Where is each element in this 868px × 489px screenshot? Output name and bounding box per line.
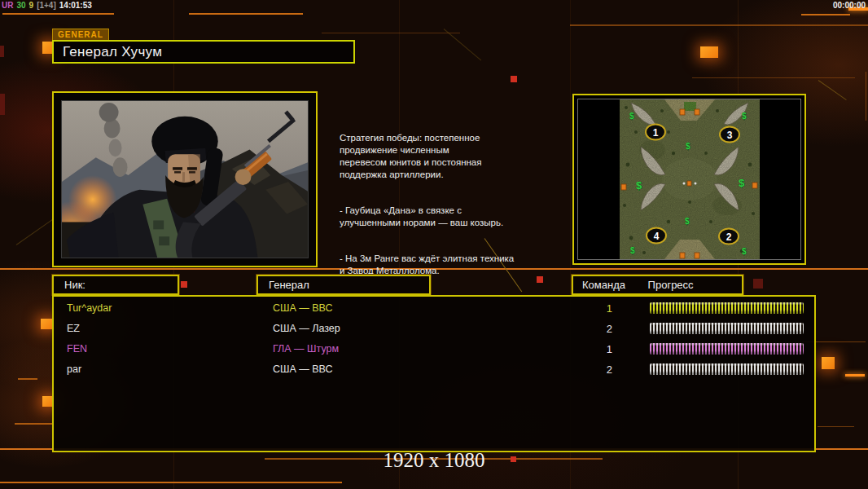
briefing-paragraph: - Гаубица «Дана» в связке с улучшенными … bbox=[340, 205, 612, 229]
circuit-line bbox=[18, 378, 37, 380]
start-position-4: 4 bbox=[653, 231, 659, 242]
player-nick: Tur^aydar bbox=[67, 298, 112, 319]
circuit-line bbox=[444, 29, 482, 60]
player-team: 1 bbox=[575, 298, 612, 319]
debug-segment: 14:01:53 bbox=[59, 1, 92, 10]
circuit-line bbox=[15, 423, 52, 425]
circuit-line bbox=[692, 77, 855, 78]
circuit-line bbox=[189, 13, 303, 15]
start-position-3: 3 bbox=[726, 130, 732, 141]
progress-column-label: Прогресс bbox=[648, 276, 694, 293]
player-general: США — ВВС bbox=[273, 298, 333, 319]
circuit-line bbox=[0, 482, 342, 483]
debug-readout: UR309[1+4]14:01:53 bbox=[2, 1, 95, 10]
circuit-line bbox=[801, 14, 850, 15]
progress-bar bbox=[650, 363, 804, 375]
table-row: par США — ВВС 2 bbox=[54, 359, 814, 380]
progress-bar bbox=[650, 343, 804, 355]
debug-segment: 9 bbox=[29, 1, 34, 10]
briefing-paragraph: Стратегия победы: постепенное продвижени… bbox=[340, 132, 612, 181]
general-portrait-image bbox=[61, 100, 309, 258]
supply-icon: $ bbox=[636, 179, 642, 192]
general-tab-label: GENERAL bbox=[52, 29, 109, 40]
circuit-line bbox=[570, 24, 868, 26]
circuit-line bbox=[2, 13, 114, 15]
player-general: ГЛА — Штурм bbox=[273, 339, 339, 359]
circuit-line bbox=[866, 72, 866, 121]
game-timer: 00:00:00 bbox=[833, 1, 866, 10]
red-square bbox=[753, 279, 763, 289]
loading-screen: UR309[1+4]14:01:53 00:00:00 GENERAL Гене… bbox=[0, 0, 868, 489]
portrait-illustration bbox=[62, 101, 308, 258]
table-row: EZ США — Лазер 2 bbox=[54, 319, 814, 339]
team-column-label: Команда bbox=[582, 276, 625, 293]
resolution-label: 1920 x 1080 bbox=[0, 449, 868, 472]
progress-bar-fill bbox=[650, 363, 804, 375]
player-nick: par bbox=[67, 359, 81, 380]
player-nick: EZ bbox=[67, 319, 80, 339]
glow-square bbox=[700, 46, 718, 58]
player-team: 1 bbox=[575, 339, 612, 359]
progress-bar-fill bbox=[650, 343, 804, 355]
red-square bbox=[0, 94, 5, 115]
map-image: $ $ $ $ $ $ $ $ 1 3 4 bbox=[620, 99, 760, 259]
start-position-2: 2 bbox=[726, 231, 731, 243]
debug-segment: 30 bbox=[16, 1, 25, 10]
player-team: 2 bbox=[575, 319, 612, 339]
supply-icon: $ bbox=[742, 112, 747, 121]
supply-icon: $ bbox=[685, 217, 690, 226]
circuit-line bbox=[818, 80, 847, 100]
glow-square bbox=[41, 319, 52, 329]
supply-icon: $ bbox=[739, 177, 745, 189]
player-team: 2 bbox=[575, 359, 612, 380]
progress-bar bbox=[650, 302, 804, 314]
red-square bbox=[0, 46, 4, 57]
glow-square bbox=[822, 357, 835, 369]
start-position-1: 1 bbox=[652, 127, 658, 139]
supply-icon: $ bbox=[686, 142, 690, 151]
supply-icon: $ bbox=[630, 246, 635, 255]
red-square bbox=[511, 76, 517, 82]
debug-segment: UR bbox=[2, 1, 13, 10]
strategy-briefing: Стратегия победы: постепенное продвижени… bbox=[340, 120, 612, 301]
supply-icon: $ bbox=[742, 247, 747, 256]
table-row: FEN ГЛА — Штурм 1 bbox=[54, 339, 814, 359]
supply-icon: $ bbox=[629, 112, 634, 121]
progress-bar bbox=[650, 323, 804, 334]
player-general: США — ВВС bbox=[273, 359, 333, 380]
team-progress-column-header: Команда Прогресс bbox=[572, 275, 743, 295]
progress-bar-fill bbox=[650, 302, 804, 314]
general-title: Генерал Хучум bbox=[52, 40, 355, 64]
circuit-line bbox=[818, 426, 854, 427]
circuit-line bbox=[322, 33, 460, 33]
player-nick: FEN bbox=[67, 339, 87, 359]
nick-column-header: Ник: bbox=[52, 275, 179, 295]
briefing-paragraph: - На 3м Ранге вас ждёт элитная техника и… bbox=[340, 253, 612, 277]
player-roster: Tur^aydar США — ВВС 1 EZ США — Лазер 2 F… bbox=[52, 295, 816, 452]
table-row: Tur^aydar США — ВВС 1 bbox=[54, 298, 814, 319]
map-preview-frame: $ $ $ $ $ $ $ $ 1 3 4 bbox=[572, 94, 806, 265]
red-square bbox=[181, 281, 187, 288]
general-column-header: Генерал bbox=[256, 275, 431, 295]
circuit-line bbox=[845, 374, 865, 377]
general-portrait-frame bbox=[52, 91, 318, 267]
map-preview: $ $ $ $ $ $ $ $ 1 3 4 bbox=[577, 99, 801, 260]
progress-bar-fill bbox=[650, 323, 804, 334]
player-general: США — Лазер bbox=[273, 319, 340, 339]
debug-segment: [1+4] bbox=[37, 1, 56, 10]
